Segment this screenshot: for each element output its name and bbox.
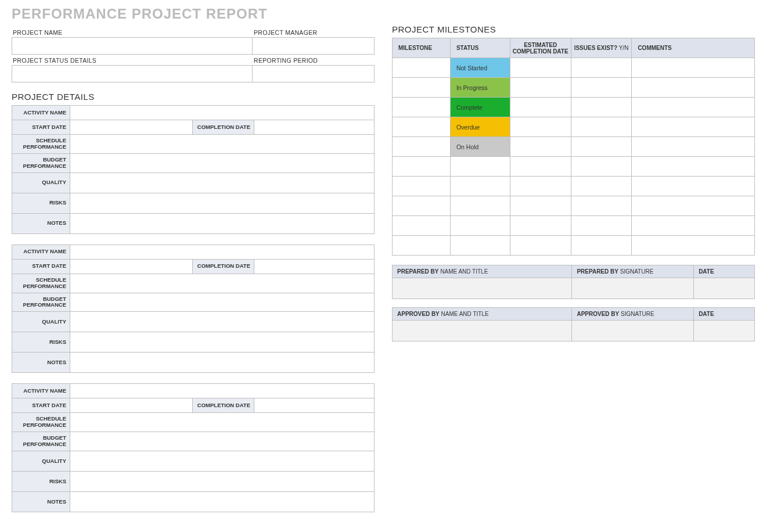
start-date-field[interactable] (70, 260, 192, 274)
milestone-cell[interactable] (393, 137, 451, 157)
comments-cell[interactable] (632, 196, 755, 216)
comments-cell[interactable] (632, 78, 755, 98)
risks-field[interactable] (70, 193, 374, 213)
ecd-cell[interactable] (510, 98, 571, 117)
comments-cell[interactable] (632, 177, 755, 196)
status-cell[interactable] (450, 157, 510, 177)
milestone-row (393, 196, 755, 216)
risks-field[interactable] (70, 332, 374, 352)
status-details-field[interactable] (12, 65, 253, 82)
comments-cell[interactable] (632, 216, 755, 236)
prepared-sig-field[interactable] (572, 278, 694, 299)
activity-name-field[interactable] (70, 106, 374, 120)
notes-label: NOTES (12, 492, 70, 512)
comments-cell[interactable] (632, 98, 755, 117)
milestone-cell[interactable] (393, 78, 451, 98)
prepared-name-field[interactable] (393, 278, 572, 299)
schedule-performance-label: SCHEDULEPERFORMANCE (12, 274, 70, 293)
comments-cell[interactable] (632, 117, 755, 137)
start-date-label: START DATE (12, 260, 70, 274)
notes-field[interactable] (70, 353, 374, 372)
milestone-cell[interactable] (393, 236, 451, 256)
ecd-cell[interactable] (510, 177, 571, 196)
project-name-field[interactable] (12, 37, 253, 55)
status-cell[interactable]: Overdue (450, 117, 510, 137)
budget-performance-field[interactable] (70, 432, 374, 451)
ecd-cell[interactable] (510, 196, 571, 216)
activity-name-field[interactable] (70, 245, 374, 259)
milestone-row (393, 157, 755, 177)
status-cell[interactable]: In Progress (450, 78, 510, 98)
issues-cell[interactable] (571, 236, 632, 256)
project-manager-label: PROJECT MANAGER (253, 27, 375, 37)
issues-cell[interactable] (571, 157, 632, 177)
completion-date-field[interactable] (254, 398, 374, 412)
status-cell[interactable]: Not Started (450, 58, 510, 78)
activity-block: ACTIVITY NAMESTART DATECOMPLETION DATESC… (12, 383, 375, 512)
activity-name-field[interactable] (70, 384, 374, 398)
status-cell[interactable]: On Hold (450, 137, 510, 157)
risks-field[interactable] (70, 472, 374, 491)
milestone-cell[interactable] (393, 216, 451, 236)
milestone-row (393, 177, 755, 196)
schedule-performance-field[interactable] (70, 274, 374, 293)
budget-performance-field[interactable] (70, 293, 374, 312)
completion-date-field[interactable] (254, 260, 374, 274)
comments-cell[interactable] (632, 58, 755, 78)
prepared-date-label: DATE (694, 265, 755, 278)
activity-block: ACTIVITY NAMESTART DATECOMPLETION DATESC… (12, 245, 375, 373)
notes-field[interactable] (70, 214, 374, 233)
ecd-cell[interactable] (510, 78, 571, 98)
status-cell[interactable] (450, 196, 510, 216)
quality-field[interactable] (70, 312, 374, 332)
issues-cell[interactable] (571, 117, 632, 137)
budget-performance-field[interactable] (70, 154, 374, 172)
notes-field[interactable] (70, 492, 374, 512)
status-cell[interactable] (450, 236, 510, 256)
schedule-performance-field[interactable] (70, 135, 374, 153)
start-date-field[interactable] (70, 398, 192, 412)
ecd-cell[interactable] (510, 216, 571, 236)
issues-cell[interactable] (571, 137, 632, 157)
project-manager-field[interactable] (253, 37, 375, 55)
ecd-cell[interactable] (510, 58, 571, 78)
milestone-cell[interactable] (393, 117, 451, 137)
risks-label: RISKS (12, 193, 70, 213)
milestone-cell[interactable] (393, 58, 451, 78)
issues-cell[interactable] (571, 216, 632, 236)
issues-cell[interactable] (571, 58, 632, 78)
approved-date-label: DATE (694, 308, 755, 321)
milestone-cell[interactable] (393, 98, 451, 117)
page-title: PERFORMANCE PROJECT REPORT (12, 6, 769, 22)
ecd-cell[interactable] (510, 157, 571, 177)
ecd-cell[interactable] (510, 236, 571, 256)
approved-sig-field[interactable] (572, 321, 694, 342)
status-cell[interactable] (450, 177, 510, 196)
issues-cell[interactable] (571, 98, 632, 117)
prepared-date-field[interactable] (694, 278, 755, 299)
status-cell[interactable]: Complete (450, 98, 510, 117)
milestone-cell[interactable] (393, 196, 451, 216)
quality-field[interactable] (70, 451, 374, 471)
issues-cell[interactable] (571, 177, 632, 196)
comments-cell[interactable] (632, 137, 755, 157)
comments-cell[interactable] (632, 236, 755, 256)
milestone-cell[interactable] (393, 157, 451, 177)
schedule-performance-field[interactable] (70, 413, 374, 432)
quality-field[interactable] (70, 173, 374, 193)
issues-cell[interactable] (571, 196, 632, 216)
approved-name-field[interactable] (393, 321, 572, 342)
ecd-cell[interactable] (510, 117, 571, 137)
start-date-field[interactable] (70, 120, 192, 134)
milestone-cell[interactable] (393, 177, 451, 196)
completion-date-field[interactable] (254, 120, 374, 134)
approved-date-field[interactable] (694, 321, 755, 342)
schedule-performance-label: SCHEDULEPERFORMANCE (12, 413, 70, 432)
status-cell[interactable] (450, 216, 510, 236)
reporting-period-field[interactable] (253, 65, 375, 82)
approved-name-label: APPROVED BY NAME AND TITLE (393, 308, 572, 321)
completion-date-label: COMPLETION DATE (192, 398, 254, 412)
comments-cell[interactable] (632, 157, 755, 177)
issues-cell[interactable] (571, 78, 632, 98)
ecd-cell[interactable] (510, 137, 571, 157)
